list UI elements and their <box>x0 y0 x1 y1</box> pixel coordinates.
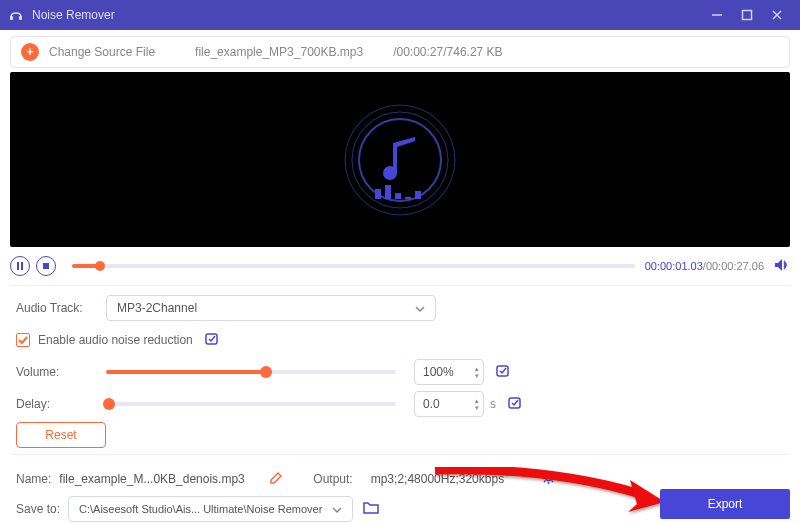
svg-rect-18 <box>206 334 217 344</box>
saveto-label: Save to: <box>16 502 60 516</box>
delay-label: Delay: <box>16 397 106 411</box>
svg-rect-14 <box>415 191 421 199</box>
noise-reduction-label: Enable audio noise reduction <box>38 333 193 347</box>
svg-rect-17 <box>43 263 49 269</box>
volume-label: Volume: <box>16 365 106 379</box>
svg-rect-3 <box>743 11 752 20</box>
volume-slider[interactable] <box>106 370 396 374</box>
svg-point-9 <box>383 166 397 180</box>
noise-reduction-settings-icon[interactable] <box>203 332 219 349</box>
export-button[interactable]: Export <box>660 489 790 519</box>
title-bar: Noise Remover <box>0 0 800 30</box>
transport-bar: 00:00:01.03/00:00:27.06 <box>10 253 790 279</box>
stop-button[interactable] <box>36 256 56 276</box>
content: + Change Source File file_example_MP3_70… <box>0 36 800 523</box>
svg-rect-15 <box>17 262 19 270</box>
delay-slider[interactable] <box>106 402 396 406</box>
delay-row: Delay: 0.0 ▴▾ s <box>10 390 790 418</box>
audio-visualizer-icon <box>325 85 475 235</box>
svg-rect-19 <box>497 366 508 376</box>
svg-rect-16 <box>21 262 23 270</box>
saveto-select[interactable]: C:\Aiseesoft Studio\Ais... Ultimate\Nois… <box>68 496 353 522</box>
svg-rect-13 <box>405 197 411 199</box>
time-display: 00:00:01.03/00:00:27.06 <box>645 260 764 272</box>
svg-rect-0 <box>10 16 13 20</box>
audio-track-value: MP3-2Channel <box>117 301 197 315</box>
time-current: 00:00:01.03 <box>645 260 703 272</box>
name-label: Name: <box>16 472 51 486</box>
chevron-down-icon <box>415 303 425 313</box>
svg-rect-11 <box>385 185 391 199</box>
spinner-buttons[interactable]: ▴▾ <box>475 365 479 379</box>
play-pause-button[interactable] <box>10 256 30 276</box>
close-button[interactable] <box>762 0 792 30</box>
time-total: /00:00:27.06 <box>703 260 764 272</box>
edit-name-icon[interactable] <box>269 471 283 488</box>
delay-unit: s <box>490 397 496 411</box>
output-settings-icon[interactable] <box>541 470 556 488</box>
noise-reduction-checkbox[interactable] <box>16 333 30 347</box>
noise-reduction-row: Enable audio noise reduction <box>10 326 790 354</box>
audio-track-row: Audio Track: MP3-2Channel <box>10 294 790 322</box>
delay-spinner[interactable]: 0.0 ▴▾ <box>414 391 484 417</box>
volume-reset-icon[interactable] <box>494 364 510 381</box>
reset-label: Reset <box>45 428 76 442</box>
seek-slider[interactable] <box>72 264 635 268</box>
output-format-value: mp3;2;48000Hz;320kbps <box>371 472 504 486</box>
output-label: Output: <box>313 472 352 486</box>
spinner-buttons[interactable]: ▴▾ <box>475 397 479 411</box>
change-source-add-icon[interactable]: + <box>21 43 39 61</box>
export-label: Export <box>708 497 743 511</box>
app-logo-icon <box>8 7 24 23</box>
maximize-button[interactable] <box>732 0 762 30</box>
svg-rect-1 <box>19 16 22 20</box>
reset-button[interactable]: Reset <box>16 422 106 448</box>
svg-point-21 <box>545 475 551 481</box>
svg-rect-10 <box>375 189 381 199</box>
volume-value: 100% <box>423 365 454 379</box>
volume-icon[interactable] <box>774 258 790 275</box>
preview-area <box>10 72 790 247</box>
minimize-button[interactable] <box>702 0 732 30</box>
svg-point-8 <box>359 119 441 201</box>
svg-rect-20 <box>509 398 520 408</box>
volume-row: Volume: 100% ▴▾ <box>10 358 790 386</box>
source-file-row: + Change Source File file_example_MP3_70… <box>10 36 790 68</box>
open-folder-icon[interactable] <box>363 501 379 517</box>
bottom-panel: Name: file_example_M...0KB_denois.mp3 Ou… <box>10 454 790 523</box>
svg-rect-12 <box>395 193 401 199</box>
name-value: file_example_M...0KB_denois.mp3 <box>59 472 259 486</box>
delay-value: 0.0 <box>423 397 440 411</box>
output-format-select[interactable]: mp3;2;48000Hz;320kbps <box>361 466 531 492</box>
window-title: Noise Remover <box>32 8 115 22</box>
change-source-label[interactable]: Change Source File <box>49 45 155 59</box>
chevron-down-icon <box>332 504 342 514</box>
delay-reset-icon[interactable] <box>506 396 522 413</box>
audio-track-label: Audio Track: <box>16 301 106 315</box>
source-file-name: file_example_MP3_700KB.mp3 <box>195 45 363 59</box>
audio-track-select[interactable]: MP3-2Channel <box>106 295 436 321</box>
source-file-meta: /00:00:27/746.27 KB <box>393 45 502 59</box>
volume-spinner[interactable]: 100% ▴▾ <box>414 359 484 385</box>
saveto-value: C:\Aiseesoft Studio\Ais... Ultimate\Nois… <box>79 503 322 515</box>
